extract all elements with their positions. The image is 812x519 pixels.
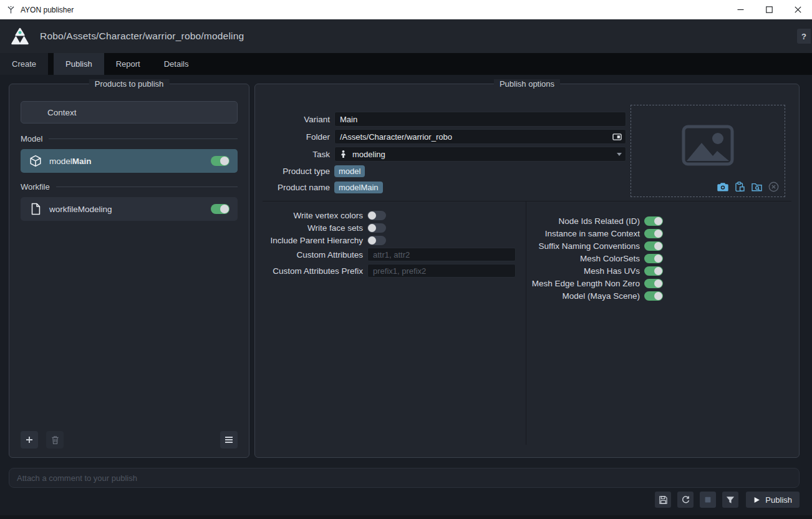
tab-details[interactable]: Details	[152, 53, 201, 75]
mesh-colorsets-toggle[interactable]	[644, 254, 663, 263]
image-placeholder-icon	[682, 125, 734, 166]
stop-button[interactable]	[700, 492, 716, 508]
model-maya-scene-toggle[interactable]	[644, 291, 663, 301]
product-row-modelMain[interactable]: modelMain	[21, 149, 238, 173]
browse-folder-icon[interactable]	[751, 182, 762, 192]
instance-in-same-context-toggle[interactable]	[644, 229, 663, 238]
group-header-workfile: Workfile	[21, 182, 238, 192]
screengrab-camera-icon[interactable]	[717, 182, 728, 192]
folder-field[interactable]	[334, 129, 626, 144]
window-title: AYON publisher	[21, 6, 74, 14]
mesh-has-uvs-label: Mesh Has UVs	[526, 266, 640, 276]
refresh-button[interactable]	[677, 492, 694, 508]
custom-attributes-input[interactable]	[367, 248, 516, 261]
task-dropdown[interactable]: modeling	[334, 147, 626, 162]
instance-in-same-context-label: Instance in same Context	[526, 229, 640, 238]
window-bottom-edge	[0, 515, 812, 519]
product-row-workfileModeling[interactable]: workfileModeling	[21, 197, 238, 221]
product-enabled-toggle[interactable]	[211, 156, 230, 166]
publish-panel-title: Publish options	[494, 79, 560, 89]
maximize-button[interactable]	[755, 0, 783, 19]
write-face-sets-toggle[interactable]	[367, 223, 386, 233]
custom-attributes-prefix-input[interactable]	[367, 264, 516, 278]
folder-input[interactable]	[340, 132, 612, 142]
comment-input[interactable]	[9, 468, 800, 488]
app-window: AYON publisher Robo/Assets/Character/war…	[0, 0, 812, 519]
play-icon	[753, 497, 760, 503]
variant-field[interactable]	[334, 112, 626, 127]
task-label: Task	[263, 150, 330, 159]
write-vertex-colors-label: Write vertex colors	[263, 211, 363, 220]
node-ids-related-toggle[interactable]	[644, 216, 663, 226]
product-name-badge: modelMain	[334, 182, 383, 193]
thumbnail-dropzone[interactable]	[631, 105, 785, 197]
group-header-model: Model	[21, 134, 238, 143]
view-menu-button[interactable]	[220, 431, 238, 449]
section-divider	[263, 201, 791, 201]
task-person-icon	[340, 150, 347, 158]
mesh-has-uvs-toggle[interactable]	[644, 266, 663, 276]
folder-label: Folder	[263, 132, 330, 142]
include-parent-hierarchy-toggle[interactable]	[367, 236, 386, 245]
help-button[interactable]: ?	[797, 29, 811, 44]
publish-button[interactable]: Publish	[746, 492, 800, 508]
minimize-button[interactable]	[726, 0, 755, 19]
product-type-label: Product type	[263, 167, 330, 176]
footer-toolbar: Publish	[655, 492, 800, 508]
breadcrumb: Robo/Assets/Character/warrior_robo/model…	[40, 31, 244, 42]
filter-button[interactable]	[722, 492, 738, 508]
paste-clipboard-icon[interactable]	[734, 182, 745, 192]
custom-attributes-label: Custom Attributes	[263, 250, 363, 260]
cube-icon	[29, 154, 42, 168]
suffix-naming-conventions-toggle[interactable]	[644, 241, 663, 251]
context-item[interactable]: Context	[21, 101, 238, 124]
tab-report[interactable]: Report	[104, 53, 152, 75]
mesh-edge-length-label: Mesh Edge Length Non Zero	[526, 279, 640, 288]
write-face-sets-label: Write face sets	[263, 223, 363, 233]
include-parent-hierarchy-label: Include Parent Hierarchy	[263, 236, 363, 245]
folder-browse-icon[interactable]	[612, 133, 622, 141]
publish-options-panel: Publish options Variant Folder Tas	[254, 84, 800, 458]
app-icon	[6, 5, 16, 14]
file-icon	[29, 202, 42, 216]
main-area: Products to publish Context Model modelM…	[0, 75, 812, 519]
titlebar: AYON publisher	[0, 0, 812, 19]
product-type-badge: model	[334, 165, 365, 177]
group-divider	[56, 187, 238, 187]
chevron-down-icon	[617, 153, 622, 156]
mesh-colorsets-label: Mesh ColorSets	[526, 254, 640, 263]
product-enabled-toggle[interactable]	[211, 204, 230, 214]
thumbnail-actions	[717, 182, 779, 192]
tab-publish[interactable]: Publish	[54, 53, 104, 75]
mesh-edge-length-toggle[interactable]	[644, 279, 663, 288]
variant-input[interactable]	[340, 115, 622, 124]
product-name: workfileModeling	[49, 205, 112, 214]
window-controls	[726, 0, 812, 19]
save-button[interactable]	[655, 492, 671, 508]
products-toolbar	[21, 431, 238, 449]
variant-label: Variant	[263, 115, 330, 124]
custom-attributes-prefix-label: Custom Attributes Prefix	[263, 266, 363, 276]
add-product-button[interactable]	[21, 431, 38, 449]
ayon-logo-icon	[10, 27, 30, 46]
suffix-naming-conventions-label: Suffix Naming Conventions	[526, 241, 640, 251]
comment-bar	[9, 468, 800, 488]
group-divider	[49, 138, 238, 139]
task-value: modeling	[352, 150, 617, 159]
model-maya-scene-label: Model (Maya Scene)	[526, 291, 640, 301]
delete-product-button[interactable]	[46, 431, 64, 449]
tab-create[interactable]: Create	[0, 53, 48, 75]
product-name: modelMain	[49, 157, 92, 166]
close-button[interactable]	[783, 0, 812, 19]
plugin-options-left: Write vertex colors Write face sets Incl…	[263, 209, 518, 279]
context-header: Robo/Assets/Character/warrior_robo/model…	[0, 19, 812, 53]
products-panel: Products to publish Context Model modelM…	[9, 84, 249, 458]
tabbar: Create Publish Report Details	[0, 53, 812, 75]
node-ids-related-label: Node Ids Related (ID)	[526, 216, 640, 226]
clear-thumbnail-icon[interactable]	[768, 182, 779, 192]
validator-options-right: Node Ids Related (ID) Instance in same C…	[526, 215, 799, 302]
product-name-label: Product name	[263, 183, 330, 192]
publish-form: Variant Folder Task	[263, 112, 626, 196]
write-vertex-colors-toggle[interactable]	[367, 211, 386, 220]
